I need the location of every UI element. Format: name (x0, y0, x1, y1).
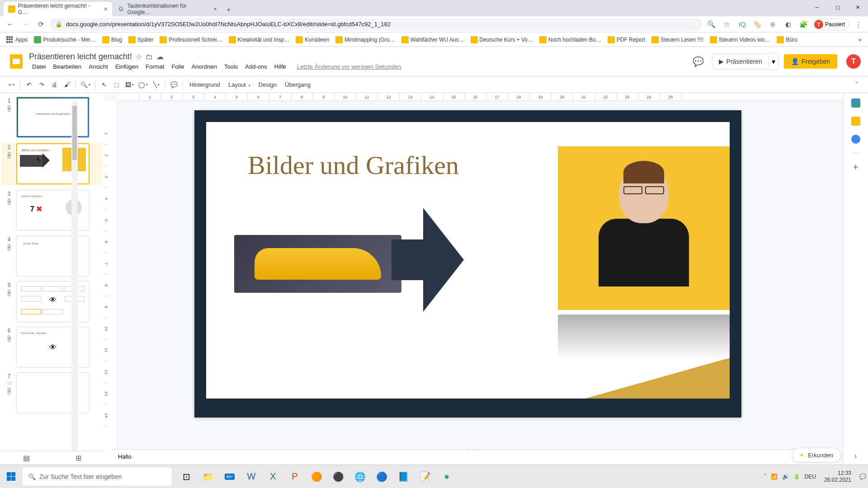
slide-title-text[interactable]: Bilder und Grafiken (248, 150, 459, 180)
task-view-button[interactable]: ⊡ (175, 465, 197, 488)
powerpoint-icon[interactable]: P (284, 465, 306, 488)
grid-view-icon[interactable]: ⊞ (75, 454, 81, 462)
comments-button[interactable]: 💬 (690, 53, 707, 70)
extension-icon[interactable]: ◐ (782, 18, 795, 31)
textbox-tool[interactable]: ⬚ (111, 79, 123, 90)
extension-icon[interactable]: IQ (736, 18, 749, 31)
document-title[interactable]: Präsentieren leicht gemacht! (29, 52, 132, 61)
notifications-button[interactable]: 💬 (859, 474, 866, 480)
windows-search[interactable]: 🔍 Zur Suche Text hier eingeben (23, 468, 172, 486)
bookmark-item[interactable]: Steuern Lesen !!!! (649, 34, 706, 45)
language-indicator[interactable]: DEU (805, 474, 816, 480)
bookmark-item[interactable]: Produktsuche - Mer… (31, 34, 99, 45)
menu-tools[interactable]: Tools (221, 62, 241, 71)
zoom-icon[interactable]: 🔍 (705, 18, 718, 31)
keep-icon[interactable] (851, 117, 860, 126)
slide-canvas[interactable]: Bilder und Grafiken (194, 110, 741, 418)
line-tool[interactable]: ╲▾ (151, 79, 162, 90)
filmstrip-scrollbar[interactable] (71, 101, 78, 465)
profile-button[interactable]: T Pausiert (813, 19, 849, 30)
tray-expand[interactable]: ˆ (764, 474, 766, 480)
notes-text[interactable]: Hallo (118, 453, 132, 460)
star-icon[interactable]: ☆ (136, 52, 142, 61)
app-icon[interactable]: 🟠 (306, 465, 327, 488)
start-button[interactable] (0, 465, 22, 488)
extension-icon[interactable]: 🏷️ (751, 18, 764, 31)
bookmark-item[interactable]: Blog (99, 34, 125, 45)
close-icon[interactable]: × (213, 5, 217, 13)
menu-format[interactable]: Format (142, 62, 167, 71)
background-button[interactable]: Hintergrund (186, 80, 224, 90)
slide-thumbnail-5[interactable]: 👁 (16, 281, 90, 322)
notes-resize-handle[interactable]: • • • (467, 448, 479, 453)
bookmark-item[interactable]: Kursideen (293, 34, 332, 45)
battery-icon[interactable]: 🔋 (793, 474, 800, 480)
slide-thumbnail-1[interactable]: Präsentieren leicht gemacht! (16, 97, 90, 138)
url-input[interactable]: 🔒 docs.google.com/presentation/d/1yV372S… (50, 18, 703, 31)
bookmark-item[interactable]: Professionell Schrei… (157, 34, 225, 45)
bookmark-item[interactable]: Kreativität und Insp… (226, 34, 292, 45)
slide-thumbnail-2[interactable]: Bilder und Grafiken ↖ (16, 143, 90, 184)
extensions-button[interactable]: 🧩 (797, 18, 810, 31)
app-icon[interactable]: 📘 (392, 465, 414, 488)
redo-button[interactable]: ↷ (36, 79, 47, 90)
browser-tab-active[interactable]: Präsentieren leicht gemacht! - G… × (4, 2, 112, 16)
edge-icon[interactable]: 🔵 (371, 465, 392, 488)
chrome-icon[interactable]: 🌐 (349, 465, 371, 488)
reload-button[interactable]: ⟳ (34, 18, 47, 31)
slides-logo[interactable] (7, 52, 25, 70)
calendar-icon[interactable] (851, 99, 860, 108)
panel-collapse[interactable]: › (854, 452, 857, 460)
filmstrip-view-icon[interactable]: ▤ (23, 454, 30, 462)
new-tab-button[interactable]: + (222, 4, 235, 16)
design-button[interactable]: Design (255, 80, 280, 90)
select-tool[interactable]: ↖ (98, 79, 110, 90)
slide-thumbnail-3[interactable]: Formen einfügen 7 ✖ (16, 190, 90, 231)
menu-file[interactable]: Datei (29, 62, 49, 71)
move-icon[interactable]: 🗀 (146, 53, 153, 61)
menu-view[interactable]: Ansicht (85, 62, 111, 71)
cloud-icon[interactable]: ☁ (156, 52, 164, 61)
menu-help[interactable]: Hilfe (271, 62, 289, 71)
bookmark-item[interactable]: Mindmapping (Gru… (333, 34, 397, 45)
word-icon[interactable]: W (241, 465, 262, 488)
slide-thumbnail-6[interactable]: Erste Folie - Beispiel 👁 (16, 327, 90, 368)
comment-tool[interactable]: 💬 (168, 79, 180, 90)
explore-button[interactable]: ✦ Erkunden (792, 448, 841, 463)
network-icon[interactable]: 📶 (771, 474, 778, 480)
clock[interactable]: 12:33 26.02.2021 (821, 470, 855, 483)
obs-icon[interactable]: ⚫ (327, 465, 349, 488)
undo-button[interactable]: ↶ (23, 79, 35, 90)
extension-icon[interactable]: ⊕ (767, 18, 779, 31)
present-button[interactable]: ▶ Präsentieren (712, 54, 769, 69)
menu-slide[interactable]: Folie (168, 62, 187, 71)
spotify-icon[interactable]: ● (436, 465, 458, 488)
menu-addons[interactable]: Add-ons (242, 62, 270, 71)
car-image[interactable] (234, 235, 401, 293)
forward-button[interactable]: → (19, 18, 32, 31)
close-icon[interactable]: × (104, 5, 108, 13)
bookmark-apps[interactable]: Apps (4, 34, 30, 45)
slide-canvas-area[interactable]: 1234567891011121314151617181920212223242… (104, 93, 868, 465)
zoom-button[interactable]: 🔍▾ (79, 79, 92, 90)
bookmark-item[interactable]: Noch hochladen Bu… (537, 34, 604, 45)
browser-tab[interactable]: G Tastenkombinationen für Google… × (113, 2, 222, 16)
user-avatar[interactable]: T (846, 54, 861, 69)
excel-icon[interactable]: X (262, 465, 284, 488)
transition-button[interactable]: Übergang (281, 80, 314, 90)
slide-thumbnail-7[interactable] (16, 372, 90, 413)
reflection-image[interactable] (558, 314, 730, 360)
layout-button[interactable]: Layout ▾ (225, 80, 254, 90)
collapse-toolbar[interactable]: ˆ (851, 79, 863, 90)
bookmark-overflow[interactable]: » (856, 35, 864, 45)
back-button[interactable]: ← (4, 18, 16, 31)
shape-tool[interactable]: ◯▾ (137, 79, 150, 90)
bookmark-item[interactable]: Steuern Videos wic… (707, 34, 774, 45)
new-slide-button[interactable]: +▾ (5, 79, 17, 90)
notepad-icon[interactable]: 📝 (414, 465, 436, 488)
slide-filmstrip[interactable]: 1🔗 Präsentieren leicht gemacht! 2🔗 Bilde… (0, 93, 104, 465)
menu-arrange[interactable]: Anordnen (189, 62, 220, 71)
image-tool[interactable]: 🖼▾ (123, 79, 136, 90)
present-dropdown[interactable]: ▾ (769, 53, 778, 70)
slide-thumbnail-4[interactable]: Ich bin Texet. (16, 235, 90, 277)
